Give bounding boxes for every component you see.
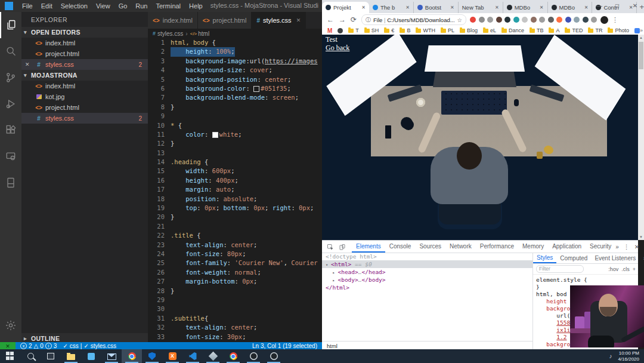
file-item-kot.jpg[interactable]: kot.jpg	[21, 91, 148, 102]
code-editor[interactable]: 1html, body {2 height: 100%;3 background…	[148, 38, 322, 342]
code-line-11[interactable]: 11 color: white;	[148, 130, 322, 139]
chrome-profile2-icon[interactable]	[223, 349, 243, 363]
scroll-up-icon[interactable]: ▲	[638, 35, 644, 41]
styles-tabs-overflow[interactable]: »	[639, 255, 644, 262]
devtools-tab-sources[interactable]: Sources	[415, 241, 445, 253]
source-control-icon[interactable]	[0, 64, 21, 91]
menu-view[interactable]: View	[92, 2, 114, 10]
code-line-26[interactable]: 26 font-weight: normal;	[148, 268, 322, 277]
defender-icon[interactable]	[142, 349, 162, 363]
forward-button[interactable]: →	[339, 16, 346, 24]
tab-close-icon[interactable]: ✕	[495, 5, 499, 10]
bookmarks-overflow-icon[interactable]: »	[640, 27, 643, 33]
bookmark-A[interactable]: A	[549, 27, 559, 33]
task-view-button[interactable]	[41, 349, 61, 363]
code-line-28[interactable]: 28}	[148, 287, 322, 296]
style-rule-line[interactable]: element.style {	[536, 276, 638, 284]
reload-button[interactable]: ⟳	[351, 16, 357, 24]
extension-icon[interactable]	[496, 17, 502, 23]
hov-toggle[interactable]: :hov	[608, 266, 618, 272]
page-scrollbar[interactable]: ▲ ▼	[638, 35, 644, 240]
search-button[interactable]	[20, 349, 41, 363]
browser-tab-Projekt[interactable]: Projekt✕	[322, 2, 369, 13]
back-button[interactable]: ←	[327, 16, 334, 24]
code-line-25[interactable]: 25 font-family: 'Courier New', Courier	[148, 259, 322, 267]
styles-filter-input[interactable]: Filter	[536, 265, 584, 273]
tab-close-icon[interactable]: ✕	[450, 5, 454, 10]
obs-icon[interactable]	[243, 349, 264, 363]
bookmark-T[interactable]: T	[348, 27, 359, 33]
tab-close-icon[interactable]: ✕	[405, 5, 410, 10]
code-line-6[interactable]: 6 background-color: #051f35;	[148, 84, 322, 93]
cls-toggle[interactable]: .cls	[621, 266, 630, 272]
menu-terminal[interactable]: Terminal	[152, 2, 185, 10]
devtools-close-icon[interactable]: ✕	[634, 244, 639, 250]
bookmark-TR[interactable]: TR	[588, 27, 602, 33]
bookmark-PL[interactable]: PL	[441, 27, 454, 33]
code-line-20[interactable]: 20}	[148, 213, 322, 222]
styles-tab-computed[interactable]: Computed	[556, 255, 591, 262]
file-item-project.html[interactable]: <>project.html	[21, 48, 148, 59]
menu-file[interactable]: File	[18, 2, 37, 10]
code-line-5[interactable]: 5 background-position: center;	[148, 75, 322, 84]
device-toolbar-icon[interactable]	[339, 242, 346, 250]
code-line-2[interactable]: 2 height: 100%;	[148, 47, 322, 56]
menu-help[interactable]: Help	[185, 2, 207, 10]
browser-tab-Bootst[interactable]: Bootst✕	[414, 2, 459, 13]
new-rule-button[interactable]: +	[633, 266, 636, 272]
mail-icon[interactable]	[101, 349, 122, 363]
devtools-menu-icon[interactable]: ⋮	[624, 244, 630, 250]
open-editors-header[interactable]: ▾OPEN EDITORS	[21, 27, 148, 38]
settings-gear-icon[interactable]	[0, 312, 21, 339]
xampp-icon[interactable]: X	[162, 349, 182, 363]
file-item-index.html[interactable]: <>index.html	[21, 81, 148, 91]
code-line-21[interactable]: 21	[148, 222, 322, 231]
extension-icon[interactable]	[487, 17, 493, 23]
live-server-icon[interactable]	[0, 143, 21, 170]
code-line-32[interactable]: 32 text-align: center;	[148, 323, 322, 332]
file-item-styles.css[interactable]: #styles.css2	[21, 113, 148, 124]
scrollbar-thumb[interactable]	[639, 42, 643, 69]
close-icon[interactable]: ✕	[25, 61, 30, 67]
scroll-down-icon[interactable]: ▼	[638, 234, 644, 240]
folder-header[interactable]: ▾MOJASTRONA	[21, 70, 148, 81]
files-icon[interactable]	[0, 12, 21, 38]
profile-avatar[interactable]	[600, 16, 608, 24]
dom-node[interactable]: ▾<html> == $0	[322, 260, 532, 268]
go-back-link[interactable]: Go back	[326, 44, 349, 53]
code-line-27[interactable]: 27 margin-bottom: 0px;	[148, 277, 322, 286]
code-line-8[interactable]: 8}	[148, 103, 322, 112]
obs-2-icon[interactable]	[264, 349, 284, 363]
code-line-12[interactable]: 12}	[148, 139, 322, 148]
extension-icon[interactable]	[504, 17, 510, 23]
bookmark-TB[interactable]: TB	[530, 27, 544, 33]
problems-status[interactable]: x2 △0 i3	[20, 343, 57, 349]
cursor-position-status[interactable]: Ln 3, Col 1 (19 selected)	[252, 343, 317, 349]
code-line-22[interactable]: 22.title {	[148, 231, 322, 240]
devtools-tab-security[interactable]: Security	[586, 241, 615, 253]
extension-icon[interactable]	[513, 17, 519, 23]
menu-run[interactable]: Run	[131, 2, 151, 10]
browser-tab-New Tab[interactable]: New Tab✕	[459, 2, 503, 13]
code-line-15[interactable]: 15 width: 600px;	[148, 167, 322, 176]
code-line-33[interactable]: 33 font-size: 30px;	[148, 333, 322, 342]
extension-icon[interactable]	[548, 17, 554, 23]
address-bar[interactable]: ⓘ File | C:/Users/MDB/Download... ☆	[361, 14, 466, 25]
breadcrumb[interactable]: # styles.css › </> html	[148, 29, 322, 38]
bookmark-€[interactable]: €	[384, 27, 394, 33]
start-button[interactable]	[0, 349, 20, 363]
code-line-7[interactable]: 7 background-blend-mode: screen;	[148, 93, 322, 102]
menu-go[interactable]: Go	[114, 2, 132, 10]
dom-tree[interactable]: <!doctype html>▾<html> == $0 ▸<head>…</h…	[322, 253, 532, 341]
extension-icon[interactable]	[470, 17, 476, 23]
styles-tab-styles[interactable]: Styles	[533, 253, 556, 263]
tab-styles.css[interactable]: #styles.css✕	[252, 12, 306, 29]
devtools-footer-breadcrumb[interactable]: html	[322, 341, 532, 350]
bookmark-Blog[interactable]: Blog	[460, 27, 478, 33]
maximize-button[interactable]: □	[608, 0, 626, 12]
file-item-project.html[interactable]: <>project.html	[21, 102, 148, 113]
close-icon[interactable]: ✕	[296, 17, 301, 23]
file-explorer-icon[interactable]	[61, 349, 81, 363]
browser-tab-MDBo[interactable]: MDBo✕	[548, 2, 593, 13]
docs-icon[interactable]	[0, 170, 21, 196]
